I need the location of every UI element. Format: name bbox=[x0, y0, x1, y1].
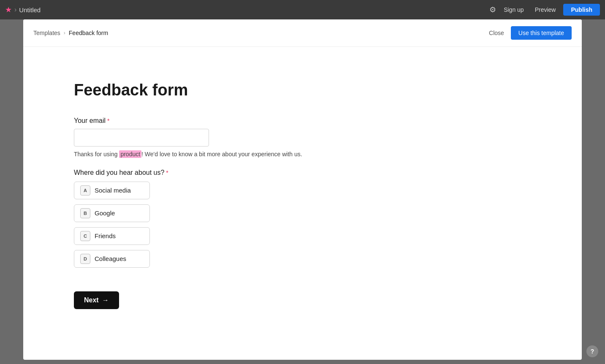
helper-text: Thanks for using product! We'd love to k… bbox=[74, 150, 353, 159]
topbar-right: ⚙ Sign up Preview Publish bbox=[489, 4, 600, 16]
option-colleagues[interactable]: D Colleagues bbox=[74, 250, 150, 268]
required-star: * bbox=[107, 117, 109, 124]
preview-button[interactable]: Preview bbox=[532, 5, 559, 15]
next-label: Next bbox=[84, 296, 99, 304]
breadcrumb-current-page: Feedback form bbox=[69, 30, 108, 36]
modal-header: Templates › Feedback form Close Use this… bbox=[23, 19, 582, 47]
option-label-social-media: Social media bbox=[95, 187, 131, 194]
option-friends[interactable]: C Friends bbox=[74, 227, 150, 245]
product-highlight: product bbox=[119, 150, 141, 158]
breadcrumb: Templates › Feedback form bbox=[33, 30, 108, 36]
hear-about-group: Where did you hear about us? * A Social … bbox=[74, 169, 353, 268]
option-label-google: Google bbox=[95, 209, 115, 217]
modal-content[interactable]: Feedback form Your email * Thanks for us… bbox=[23, 47, 582, 360]
next-arrow-icon: → bbox=[102, 296, 109, 304]
help-badge[interactable]: ? bbox=[586, 345, 598, 357]
signup-button[interactable]: Sign up bbox=[500, 5, 527, 15]
topbar-separator: › bbox=[14, 6, 16, 14]
option-badge-a: A bbox=[80, 185, 90, 196]
email-group: Your email * Thanks for using product! W… bbox=[74, 117, 353, 159]
logo-icon: ★ bbox=[5, 5, 12, 14]
hear-required-star: * bbox=[166, 169, 168, 176]
modal-header-actions: Close Use this template bbox=[489, 26, 572, 40]
topbar-left: ★ › Untitled bbox=[5, 5, 489, 14]
form-title: Feedback form bbox=[74, 81, 353, 100]
email-input[interactable] bbox=[74, 129, 209, 147]
modal-container: Templates › Feedback form Close Use this… bbox=[23, 19, 582, 360]
topbar-title: Untitled bbox=[19, 6, 41, 14]
option-badge-d: D bbox=[80, 254, 90, 264]
gear-icon[interactable]: ⚙ bbox=[489, 5, 496, 14]
breadcrumb-templates-link[interactable]: Templates bbox=[33, 30, 60, 36]
option-badge-b: B bbox=[80, 208, 90, 218]
radio-options: A Social media B Google C Friends D Coll… bbox=[74, 182, 353, 268]
hear-about-label: Where did you hear about us? * bbox=[74, 169, 353, 177]
close-button[interactable]: Close bbox=[489, 30, 504, 36]
form-area: Feedback form Your email * Thanks for us… bbox=[23, 47, 403, 343]
topbar: ★ › Untitled ⚙ Sign up Preview Publish bbox=[0, 0, 605, 19]
option-label-colleagues: Colleagues bbox=[95, 255, 126, 262]
publish-button[interactable]: Publish bbox=[563, 4, 600, 16]
breadcrumb-chevron-icon: › bbox=[64, 30, 65, 36]
option-social-media[interactable]: A Social media bbox=[74, 182, 150, 199]
option-label-friends: Friends bbox=[95, 232, 116, 239]
next-button[interactable]: Next → bbox=[74, 291, 119, 309]
helper-text-after: ! We'd love to know a bit more about you… bbox=[141, 151, 302, 158]
option-google[interactable]: B Google bbox=[74, 204, 150, 222]
email-label: Your email * bbox=[74, 117, 353, 125]
option-badge-c: C bbox=[80, 231, 90, 241]
helper-text-before: Thanks for using bbox=[74, 151, 119, 158]
use-template-button[interactable]: Use this template bbox=[511, 26, 572, 40]
